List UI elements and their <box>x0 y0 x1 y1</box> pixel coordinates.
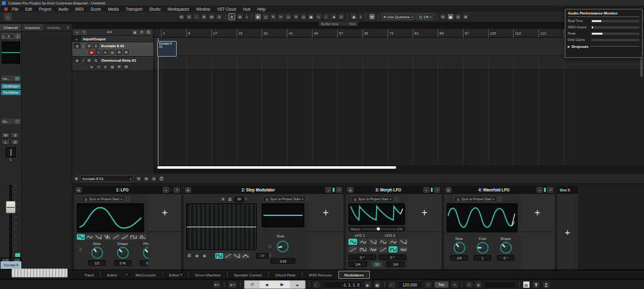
square-shape-button[interactable] <box>130 234 138 240</box>
ramp-shape-button[interactable] <box>224 253 232 259</box>
track-instrument-button[interactable]: ▤ <box>109 50 115 55</box>
pulse-shape-button[interactable] <box>138 234 147 240</box>
track-monitor-button[interactable]: ◁ <box>96 50 101 55</box>
menu-studio[interactable]: Studio <box>149 7 160 11</box>
track-solo-button[interactable]: S <box>93 58 99 63</box>
activate-project-icon[interactable]: ⊕ <box>228 13 235 20</box>
menu-file[interactable]: File <box>12 7 18 11</box>
project-cursor[interactable] <box>158 38 158 166</box>
quantize-preset-dropdown[interactable]: # Use Quantize ▾ <box>381 13 415 20</box>
audition-tool[interactable]: ◄ <box>330 13 337 20</box>
tempo-mode-chevron[interactable]: ▾ <box>451 281 458 288</box>
track-solo-button[interactable]: S <box>93 43 99 48</box>
sends-bypass-icon[interactable] <box>15 120 19 123</box>
empty-destination-cell[interactable] <box>408 232 441 269</box>
track-record-enable-button[interactable]: ● <box>89 50 94 55</box>
sine2-shape-button[interactable] <box>358 239 367 245</box>
automation-s-button[interactable]: S <box>186 13 192 20</box>
note-sync-toggle[interactable]: ♪ <box>267 243 273 249</box>
track-row-omnivocal[interactable]: ▦ 2 M S Omnivocal Beta 01 ● ◁ e ▤ R W <box>72 57 153 71</box>
track-mute-button[interactable]: M <box>86 58 92 63</box>
track-lane-omnivocal[interactable] <box>154 56 644 70</box>
glue-tool[interactable]: ⊔ <box>285 13 292 20</box>
transport-filter-icon[interactable] <box>532 281 540 288</box>
shape-value[interactable]: 0 % <box>114 260 131 266</box>
module-expand-icon[interactable]: ↗ <box>174 187 180 193</box>
note-value[interactable]: 1/2 <box>88 260 106 266</box>
cycle-button[interactable]: ↺ <box>245 281 260 288</box>
lfo2-phase-value[interactable]: 0 ° <box>379 254 406 260</box>
note-sync-toggle[interactable]: ♪ <box>77 246 84 252</box>
automation-a-button[interactable]: A <box>216 13 223 20</box>
inserts-bypass-icon[interactable] <box>15 77 19 81</box>
quantize-value-dropdown[interactable]: Q 1/8 ▾ <box>416 13 434 20</box>
modulation-routing-icon[interactable]: ✱ <box>75 176 78 181</box>
automation-l-button[interactable]: L <box>193 13 200 20</box>
virtual-keyboard-icon[interactable]: ▤ <box>523 281 530 288</box>
shape-value[interactable]: 0 ° <box>497 255 514 261</box>
record-mode-button[interactable]: ●▾ <box>213 281 221 288</box>
menu-edit[interactable]: Edit <box>25 7 32 11</box>
zone-read-button[interactable]: R <box>136 176 142 181</box>
menu-midi[interactable]: MIDI <box>75 7 84 11</box>
note-knob[interactable] <box>277 241 289 252</box>
menu-help[interactable]: Help <box>257 7 265 11</box>
module-menu-chevron[interactable]: ▾ <box>325 187 331 193</box>
menu-media[interactable]: Media <box>108 7 118 11</box>
note-value[interactable]: 1/16 <box>270 258 296 264</box>
step-grid-display[interactable] <box>186 203 257 250</box>
tab-modulators[interactable]: Modulators <box>338 271 370 279</box>
tri-shape-button[interactable] <box>242 253 250 259</box>
volume-fader-handle[interactable] <box>6 201 16 213</box>
track-write-button[interactable]: W <box>123 64 129 69</box>
add-track-icon[interactable]: + <box>74 30 80 35</box>
sync-mode-dropdown[interactable]: ⚙ Sync to Project Start ▾ <box>82 196 125 202</box>
module-menu-chevron[interactable]: ▾ <box>163 187 169 193</box>
quantize-reset-icon[interactable]: ⊘ <box>455 13 462 20</box>
fold-knob[interactable] <box>477 242 489 254</box>
empty-destination-cell[interactable] <box>520 232 555 269</box>
stop-button[interactable]: ■ <box>260 281 275 288</box>
automation-w-button[interactable]: W <box>208 13 215 20</box>
empty-destination-cell[interactable] <box>308 232 343 269</box>
time-signature-icon[interactable]: ƒ <box>465 281 473 288</box>
tempo-stepper[interactable]: ↕ <box>425 281 432 288</box>
mute-tool[interactable]: ▣ <box>308 13 314 20</box>
saw-down2-shape-button[interactable] <box>103 234 111 240</box>
note-value[interactable]: 1/4 <box>450 255 468 261</box>
tab-chord-pads[interactable]: Chord Pads <box>269 271 301 279</box>
step-mode-stepper[interactable]: ▴▾ <box>270 254 271 258</box>
track-record-enable-button[interactable]: ● <box>89 64 94 69</box>
module-expand-icon[interactable]: ↗ <box>434 187 440 193</box>
module-menu-chevron[interactable]: ▾ <box>423 187 430 193</box>
morph-slider-track[interactable] <box>361 229 396 230</box>
record-button[interactable]: ● <box>290 281 305 288</box>
wavefold-waveform-display[interactable] <box>447 203 518 232</box>
dropouts-section[interactable]: ▸ Dropouts <box>568 44 640 48</box>
retrigger-pin-button[interactable] <box>498 196 502 201</box>
step-count-value[interactable]: 16 <box>234 196 244 202</box>
menu-vst-cloud[interactable]: VST Cloud <box>217 7 236 11</box>
object-selection-tool[interactable]: ► <box>255 13 262 20</box>
add-modulation-destination-button[interactable]: + <box>308 194 343 231</box>
menu-audio[interactable]: Audio <box>58 7 69 11</box>
track-edit-channel-button[interactable]: e <box>103 50 108 55</box>
zone-trash-icon[interactable] <box>158 176 164 181</box>
ramp-shape-button[interactable] <box>379 246 387 252</box>
pan-control[interactable] <box>6 147 16 157</box>
fold-value[interactable]: 1 <box>474 255 491 261</box>
sine-shape-button[interactable] <box>379 239 387 245</box>
menu-hub[interactable]: Hub <box>243 7 251 11</box>
search-icon[interactable] <box>146 30 152 35</box>
sync-mode-dropdown[interactable]: ⚙ Sync to Project Start ▾ <box>263 196 306 202</box>
menu-project[interactable]: Project <box>39 7 52 11</box>
window-layout-chevron[interactable]: ▾ <box>245 13 249 20</box>
module-expand-icon[interactable]: ↗ <box>547 187 553 193</box>
step-output-display[interactable] <box>262 203 304 227</box>
note-knob[interactable] <box>91 247 103 259</box>
tab-editor[interactable]: Editor▾ <box>164 271 188 279</box>
saw-down-shape-button[interactable] <box>94 234 103 240</box>
lfo1-rate-value[interactable]: 1/4 <box>348 261 367 267</box>
horizontal-scrollbar-thumb[interactable] <box>157 166 396 169</box>
channel-mute-button[interactable]: M <box>1 132 10 138</box>
